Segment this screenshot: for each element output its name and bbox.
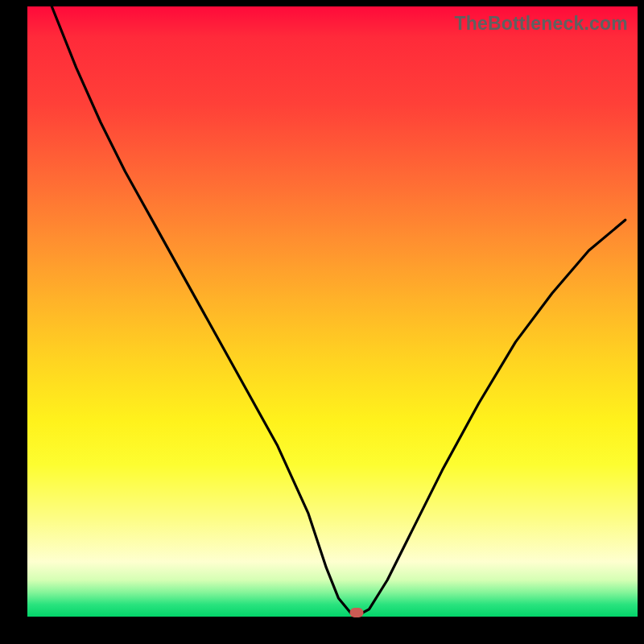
plot-area: TheBottleneck.com <box>27 6 638 617</box>
bottleneck-curve <box>27 6 638 617</box>
minimum-marker <box>350 608 364 617</box>
attribution-text: TheBottleneck.com <box>454 13 628 35</box>
chart-frame: TheBottleneck.com <box>0 0 644 644</box>
